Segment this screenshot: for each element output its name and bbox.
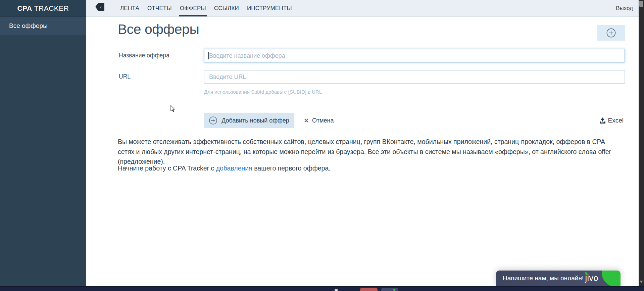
chat-message: Напишите нам, мы онлайн! [503,275,584,282]
offer-name-label: Название оффера [119,52,169,59]
text-caret [208,52,209,59]
chat-widget[interactable]: Напишите нам, мы онлайн! jivo [496,271,621,286]
excel-label: Excel [608,117,624,124]
add-first-offer-link[interactable]: добавления [216,164,252,172]
logo-bar: CPA TRACKER [0,0,86,17]
tab-ssylki[interactable]: ССЫЛКИ [210,0,243,16]
intro-paragraph: Вы можете отслеживать эффективность собс… [118,137,621,167]
main-nav: ЛЕНТА ОТЧЕТЫ ОФФЕРЫ ССЫЛКИ ИНСТРУМЕНТЫ [116,0,296,16]
logout-link[interactable]: Выход [616,0,639,16]
url-field-wrap [204,70,625,84]
scrollbar-thumb[interactable] [639,1,643,7]
main-content: Все офферы Название оффера URL Для испол… [86,17,639,286]
tab-offery[interactable]: ОФФЕРЫ [176,0,210,16]
add-offer-toggle-button[interactable] [597,25,625,41]
scrollbar-down-arrow-icon[interactable] [640,281,643,283]
logo-rest: TRACKER [32,4,69,12]
tab-otchety[interactable]: ОТЧЕТЫ [143,0,176,16]
getting-started-paragraph: Начните работу с CPA Tracker с добавлени… [118,164,331,172]
circle-plus-icon [606,28,616,38]
start-text-after: вашего первого оффера. [252,164,331,172]
taskbar-item-red[interactable] [360,288,378,291]
jivo-logo: jivo [585,273,598,283]
url-label: URL [119,73,131,80]
cancel-button[interactable]: ✕ Отмена [304,113,334,128]
start-text-before: Начните работу с CPA Tracker с [118,164,216,172]
vertical-scrollbar[interactable] [639,0,644,286]
circle-plus-icon [209,116,217,125]
cancel-label: Отмена [312,117,334,124]
chevron-left-icon: ‹ [100,4,102,9]
app-logo[interactable]: CPA TRACKER [17,4,69,12]
upload-icon [599,117,606,124]
sidebar-item-label: Все офферы [9,22,48,30]
sidebar-item-all-offers[interactable]: Все офферы [0,17,86,35]
subid-hint: Для использования SubId добавьте [SUBID]… [204,89,322,95]
app-window: CPA TRACKER Все офферы ЛЕНТА ОТЧЕТЫ ОФФЕ… [0,0,644,291]
add-new-offer-button[interactable]: Добавить новый оффер [204,113,294,128]
tab-instrumenty[interactable]: ИНСТРУМЕНТЫ [243,0,296,16]
close-icon: ✕ [304,117,309,125]
jivo-leaf-accent-icon [585,272,588,275]
sidebar: CPA TRACKER Все офферы [0,0,86,286]
taskbar-item-icon[interactable] [335,289,338,291]
logo-bold: CPA [17,4,32,12]
page-title: Все офферы [118,21,199,37]
taskbar-strip [0,286,644,291]
offer-name-input[interactable] [204,49,625,62]
url-input[interactable] [204,70,625,84]
offer-name-field-wrap [204,49,625,62]
topbar: ЛЕНТА ОТЧЕТЫ ОФФЕРЫ ССЫЛКИ ИНСТРУМЕНТЫ В… [86,0,639,17]
jivo-leaf-icon [602,271,621,286]
add-new-offer-label: Добавить новый оффер [221,117,289,124]
tab-lenta[interactable]: ЛЕНТА [116,0,143,16]
taskbar-status-dot [393,289,395,291]
excel-export-button[interactable]: Excel [599,115,624,126]
taskbar-item-slate[interactable] [381,288,398,291]
